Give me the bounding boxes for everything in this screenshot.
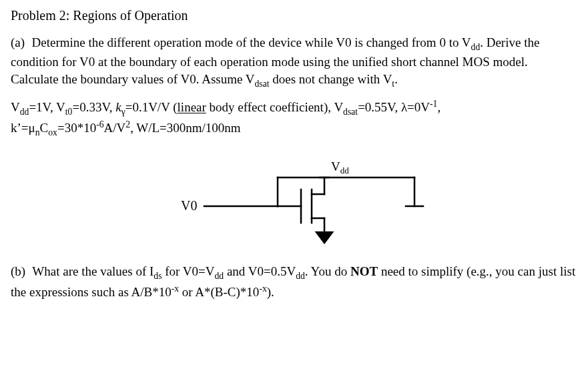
sub-dd-2: dd <box>214 271 224 281</box>
svg-marker-12 <box>316 232 332 243</box>
lambda-sup: -1 <box>430 99 437 109</box>
vdsat-sym: V <box>334 101 343 115</box>
part-a-label: (a) <box>11 35 25 49</box>
pb-seg2: for V0=V <box>162 264 215 278</box>
vdsat-val: =0.55V, λ=0V <box>358 101 430 115</box>
lambda-after: , <box>437 101 440 115</box>
pb-seg6: or A*(B-C)*10 <box>179 285 259 299</box>
not-word: NOT <box>350 264 378 278</box>
vdd-sub: dd <box>20 107 29 117</box>
kg-after: body effect coefficient), <box>206 101 334 115</box>
pb-seg7: ). <box>267 285 274 299</box>
sub-dd-3: dd <box>296 271 305 281</box>
label-v0: V0 <box>181 198 197 213</box>
exp-x-1: -x <box>172 284 179 294</box>
kprime-sym: k’=μ <box>11 121 35 135</box>
problem-title: Problem 2: Regions of Operation <box>11 7 577 25</box>
ids-sub: ds <box>154 271 162 281</box>
exp-x-2: -x <box>259 284 266 294</box>
vt0-sub: t0 <box>65 107 73 117</box>
vt0-sym: V <box>56 101 65 115</box>
linear-word: linear <box>178 101 206 115</box>
vt0-val: =0.33V, <box>72 101 115 115</box>
circuit-figure: V0 Vdd <box>11 157 577 244</box>
kg-sym: k <box>115 101 121 115</box>
sub-dd-1: dd <box>471 42 481 52</box>
kprime-subox: ox <box>48 127 57 137</box>
kprime-unit: A/V <box>104 121 126 135</box>
pb-seg3: and V0=0.5V <box>224 264 296 278</box>
part-a-seg1: Determine the different operation mode o… <box>32 35 471 49</box>
part-b-label: (b) <box>11 264 25 278</box>
label-vdd: Vdd <box>331 159 349 175</box>
kprime-sup: -6 <box>96 119 103 129</box>
sub-dsat-1: dsat <box>255 79 270 89</box>
kprime-subn: n <box>35 127 40 137</box>
part-b-text: (b) What are the values of Ids for V0=Vd… <box>11 263 577 300</box>
kprime-val: =30*10 <box>57 121 96 135</box>
pb-seg1: What are the values of I <box>32 264 154 278</box>
circuit-svg: V0 Vdd <box>141 157 448 244</box>
part-a-seg3: does not change with V <box>270 72 392 86</box>
vdd-sym: V <box>11 101 20 115</box>
kg-val: =0.1V/V ( <box>125 101 178 115</box>
vdsat-sub: dsat <box>343 107 358 117</box>
part-a-text: (a) Determine the different operation mo… <box>11 34 577 90</box>
vdd-val: =1V, <box>29 101 56 115</box>
wl-val: , W/L=300nm/100nm <box>130 121 241 135</box>
kprime-c: C <box>40 121 49 135</box>
part-a-seg4: . <box>394 72 398 86</box>
pb-seg4: . You do <box>305 264 350 278</box>
parameters-line: Vdd=1V, Vt0=0.33V, kγ=0.1V/V (linear bod… <box>11 98 577 139</box>
